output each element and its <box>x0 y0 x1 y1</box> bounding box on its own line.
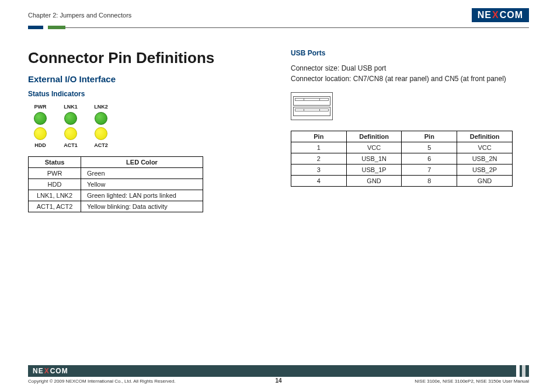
led-yellow-icon <box>34 127 47 140</box>
table-row: ACT1, ACT2Yellow blinking: Data activity <box>29 201 203 212</box>
th-pin2: Pin <box>402 131 457 142</box>
footer: NEXCOM Copyright © 2009 NEXCOM Internati… <box>28 365 529 384</box>
status-table: Status LED Color PWRGreen HDDYellow LNK1… <box>28 156 203 212</box>
logo-nexcom: NEXCOM <box>472 8 529 22</box>
page-number: 14 <box>275 377 281 384</box>
header-rule <box>28 26 529 29</box>
led-label-hdd: HDD <box>30 142 50 148</box>
table-row: LNK1, LNK2Green lighted: LAN ports linke… <box>29 190 203 201</box>
section-subtitle: External I/O Interface <box>28 74 267 84</box>
led-indicator-grid: PWR LNK1 LNK2 HDD ACT1 ACT2 <box>30 104 267 148</box>
logo-text-x: X <box>492 10 499 20</box>
led-yellow-icon <box>95 127 107 140</box>
usb-location-text: Connector location: CN7/CN8 (at rear pan… <box>291 74 529 84</box>
th-ledcolor: LED Color <box>81 157 203 168</box>
manual-text: NISE 3100e, NISE 3100eP2, NISE 3150e Use… <box>415 379 529 384</box>
usb-connector-icon <box>291 92 333 120</box>
page-title: Connector Pin Definitions <box>28 49 267 67</box>
led-label-act1: ACT1 <box>61 142 81 148</box>
led-green-icon <box>95 112 107 125</box>
led-label-lnk2: LNK2 <box>91 104 111 110</box>
th-def2: Definition <box>457 131 513 142</box>
th-pin: Pin <box>291 131 347 142</box>
th-def: Definition <box>346 131 402 142</box>
logo-text-pre: NE <box>478 10 492 20</box>
led-label-lnk1: LNK1 <box>61 104 81 110</box>
table-row: 3USB_1P7USB_2P <box>291 164 513 176</box>
pin-table: Pin Definition Pin Definition 1VCC5VCC 2… <box>291 131 513 187</box>
usb-size-text: Connector size: Dual USB port <box>291 63 529 74</box>
footer-logo-nexcom: NEXCOM <box>33 367 68 375</box>
copyright-text: Copyright © 2009 NEXCOM International Co… <box>28 379 176 384</box>
led-label-pwr: PWR <box>30 104 50 110</box>
logo-text-post: COM <box>500 10 523 20</box>
led-yellow-icon <box>64 127 77 140</box>
status-heading: Status Indicators <box>28 90 267 98</box>
table-row: 4GND8GND <box>291 176 513 187</box>
th-status: Status <box>29 157 81 168</box>
led-green-icon <box>64 112 77 125</box>
led-label-act2: ACT2 <box>91 142 111 148</box>
table-row: 2USB_1N6USB_2N <box>291 153 513 164</box>
usb-heading: USB Ports <box>291 49 529 57</box>
table-row: PWRGreen <box>29 168 203 179</box>
table-row: HDDYellow <box>29 179 203 190</box>
footer-decoration <box>516 365 529 377</box>
led-green-icon <box>34 112 47 125</box>
table-row: 1VCC5VCC <box>291 142 513 153</box>
chapter-title: Chapter 2: Jumpers and Connectors <box>28 12 131 19</box>
